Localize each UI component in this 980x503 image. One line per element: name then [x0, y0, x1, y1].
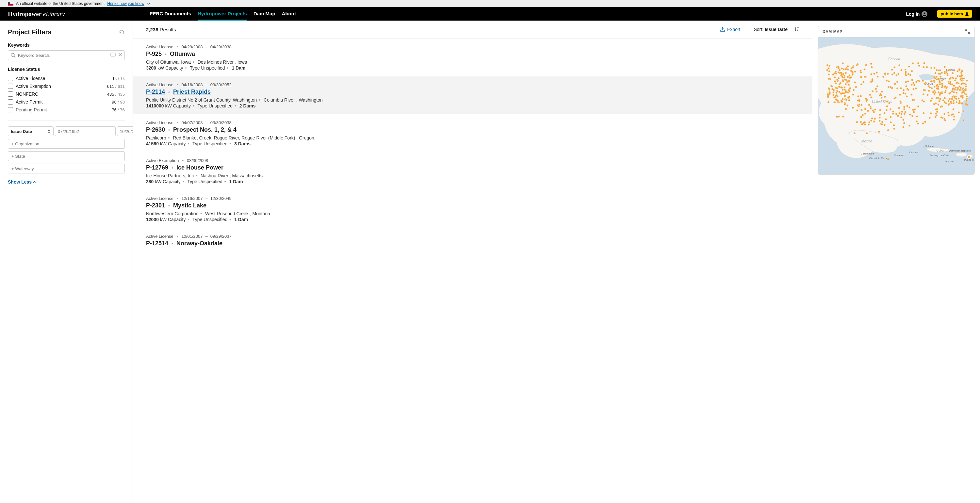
date-from-input[interactable] — [55, 126, 116, 136]
svg-point-574 — [827, 94, 829, 96]
nav-hydropower-projects[interactable]: Hydropower Projects — [197, 8, 247, 21]
keyword-search-input[interactable] — [8, 50, 125, 60]
svg-point-354 — [930, 112, 932, 114]
result-subtitle: Northwestern Corporation West Rosebud Cr… — [146, 211, 799, 216]
svg-text:Cuba: Cuba — [936, 149, 943, 152]
svg-point-459 — [938, 73, 940, 75]
svg-point-445 — [953, 96, 956, 98]
result-card[interactable]: Active License 10/01/2007 – 09/29/2037 P… — [133, 228, 813, 255]
svg-point-71 — [884, 96, 886, 98]
nav-about[interactable]: About — [282, 8, 296, 21]
status-checkbox[interactable] — [8, 107, 13, 112]
status-checkbox[interactable] — [8, 76, 13, 81]
project-id[interactable]: P-2630 — [146, 126, 165, 133]
svg-point-403 — [955, 86, 957, 89]
status-label[interactable]: Pending Permit — [16, 107, 109, 112]
project-id[interactable]: P-12769 — [146, 164, 168, 171]
result-card[interactable]: Active Exemption 03/30/2008 P-12769 • Ic… — [133, 152, 813, 190]
project-name[interactable]: Ottumwa — [170, 51, 195, 57]
svg-point-36 — [963, 119, 964, 121]
regex-toggle-icon[interactable] — [110, 52, 116, 57]
project-id[interactable]: P-2114 — [146, 89, 165, 96]
status-count: 98 / 98 — [112, 100, 125, 105]
svg-point-42 — [901, 111, 903, 113]
svg-point-113 — [872, 91, 873, 92]
project-id[interactable]: P-925 — [146, 51, 162, 57]
export-button[interactable]: Export — [720, 27, 740, 32]
svg-point-285 — [929, 116, 931, 119]
date-field-select[interactable]: Issue Date — [8, 126, 54, 136]
status-label[interactable]: Active Exemption — [16, 84, 105, 89]
project-name[interactable]: Priest Rapids — [173, 89, 211, 96]
status-label[interactable]: Active Permit — [16, 99, 109, 105]
svg-point-347 — [907, 89, 910, 91]
svg-point-87 — [913, 84, 915, 86]
nav-ferc-documents[interactable]: FERC Documents — [150, 8, 191, 21]
svg-point-431 — [953, 100, 955, 102]
login-button[interactable]: Log In — [906, 11, 928, 17]
svg-point-362 — [906, 105, 908, 107]
svg-point-174 — [912, 109, 914, 111]
organization-input[interactable] — [8, 139, 125, 149]
svg-point-267 — [852, 74, 854, 76]
svg-point-331 — [902, 92, 905, 94]
result-meta: Active License 10/01/2007 – 09/29/2037 — [146, 234, 799, 239]
status-label[interactable]: NONFERC — [16, 91, 105, 97]
svg-point-399 — [954, 80, 956, 81]
svg-point-541 — [845, 99, 847, 101]
date-field-label: Issue Date — [11, 129, 32, 134]
svg-point-66 — [835, 82, 837, 84]
status-checkbox[interactable] — [8, 91, 13, 97]
brand-bold: Hydropower — [8, 10, 41, 17]
svg-point-575 — [841, 74, 843, 76]
svg-point-368 — [961, 75, 963, 76]
result-card[interactable]: Active License 04/16/2008 – 03/30/2052 P… — [133, 76, 813, 114]
svg-point-472 — [951, 72, 953, 74]
status-count: 1k / 1k — [112, 76, 125, 81]
brand-logo[interactable]: Hydropower eLibrary — [8, 10, 65, 18]
status-label[interactable]: Active License — [16, 76, 110, 81]
date-to-input[interactable] — [117, 126, 133, 136]
nav-dam-map[interactable]: Dam Map — [253, 8, 275, 21]
show-less-toggle[interactable]: Show Less — [8, 179, 125, 185]
project-name[interactable]: Ice House Power — [177, 164, 223, 171]
state-input[interactable] — [8, 151, 125, 161]
svg-point-581 — [893, 128, 895, 130]
project-name[interactable]: Mystic Lake — [173, 202, 207, 209]
result-card[interactable]: Active License 04/29/2008 – 04/29/2038 P… — [133, 38, 813, 76]
status-checkbox[interactable] — [8, 84, 13, 89]
svg-point-260 — [856, 121, 858, 123]
dam-map[interactable]: Canada United States Mexico Cuba Ottawa … — [818, 37, 974, 174]
gov-banner-link[interactable]: Here's how you know — [107, 1, 145, 6]
svg-point-177 — [923, 66, 924, 68]
result-card[interactable]: Active License 04/07/2008 – 03/30/2038 P… — [133, 114, 813, 152]
status-checkbox[interactable] — [8, 99, 13, 105]
sort-direction-icon[interactable] — [794, 27, 799, 32]
clear-search-icon[interactable] — [118, 52, 123, 57]
status-row: Active License 1k / 1k — [8, 75, 125, 82]
svg-point-170 — [864, 121, 865, 123]
svg-point-84 — [896, 88, 898, 89]
svg-point-462 — [963, 90, 964, 92]
svg-point-451 — [959, 89, 961, 91]
svg-point-448 — [936, 78, 938, 80]
svg-point-514 — [845, 83, 847, 85]
svg-point-47 — [865, 64, 867, 66]
svg-point-439 — [965, 94, 967, 96]
svg-point-72 — [889, 116, 891, 118]
svg-point-380 — [943, 101, 945, 103]
result-card[interactable]: Active License 12/16/2007 – 12/30/2049 P… — [133, 190, 813, 228]
svg-point-157 — [864, 68, 865, 70]
result-meta: Active Exemption 03/30/2008 — [146, 158, 799, 163]
expand-icon[interactable] — [965, 29, 970, 34]
project-name[interactable]: Norway-Oakdale — [177, 240, 223, 247]
waterway-input[interactable] — [8, 164, 125, 174]
results-list[interactable]: 2,236 Results Export Sort: Issue Date — [133, 21, 813, 503]
us-flag-icon — [8, 2, 13, 6]
result-stats: 41560 kW Capacity Type Unspecified 3 Dam… — [146, 141, 799, 146]
reset-filters-icon[interactable] — [119, 29, 125, 35]
project-id[interactable]: P-2301 — [146, 202, 165, 209]
project-id[interactable]: P-12514 — [146, 240, 168, 247]
svg-point-209 — [880, 94, 881, 96]
project-name[interactable]: Prospect Nos. 1, 2, & 4 — [173, 126, 237, 133]
